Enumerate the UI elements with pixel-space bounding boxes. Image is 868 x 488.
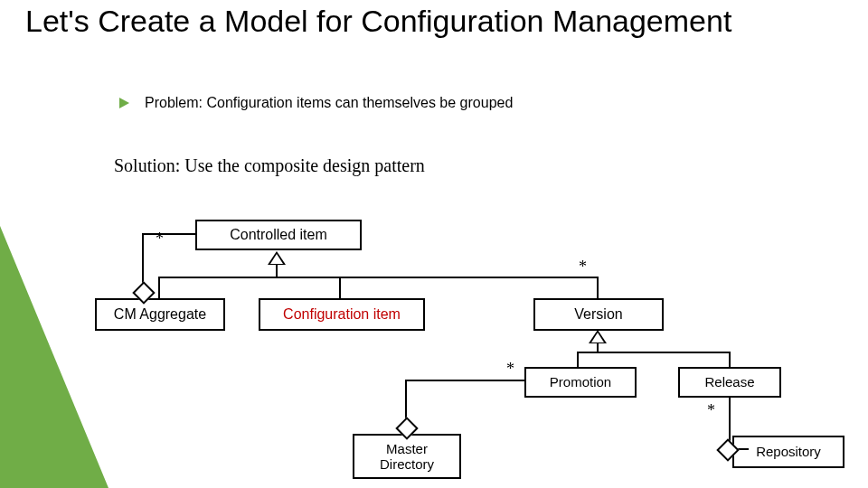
box-configuration-item: Configuration item [259,298,425,331]
box-controlled-item: Controlled item [195,220,362,250]
line [142,233,195,235]
problem-text: Problem: Configuration items can themsel… [145,95,513,111]
arrow-bullet-icon [119,98,129,108]
decoration-triangle [0,226,108,488]
line [158,277,599,278]
slide-title: Let's Create a Model for Configuration M… [25,4,749,39]
box-version: Version [533,298,664,331]
box-master-directory: Master Directory [353,434,461,479]
multiplicity-star: * [506,360,514,379]
box-release: Release [678,367,781,398]
box-cm-aggregate: CM Aggregate [95,298,225,331]
multiplicity-star: * [579,258,587,277]
line [158,277,160,298]
slide: Let's Create a Model for Configuration M… [0,0,868,488]
line [142,233,144,284]
line [597,277,599,298]
generalization-arrow-icon [268,251,286,265]
line [577,352,731,353]
multiplicity-star: * [156,230,164,249]
line [577,352,579,367]
line [405,380,524,381]
line [405,380,407,420]
solution-text: Solution: Use the composite design patte… [114,155,425,176]
multiplicity-star: * [707,401,715,420]
line [729,352,731,367]
box-repository: Repository [732,436,844,468]
line [339,277,341,298]
generalization-arrow-icon [589,330,607,343]
box-promotion: Promotion [524,367,637,398]
